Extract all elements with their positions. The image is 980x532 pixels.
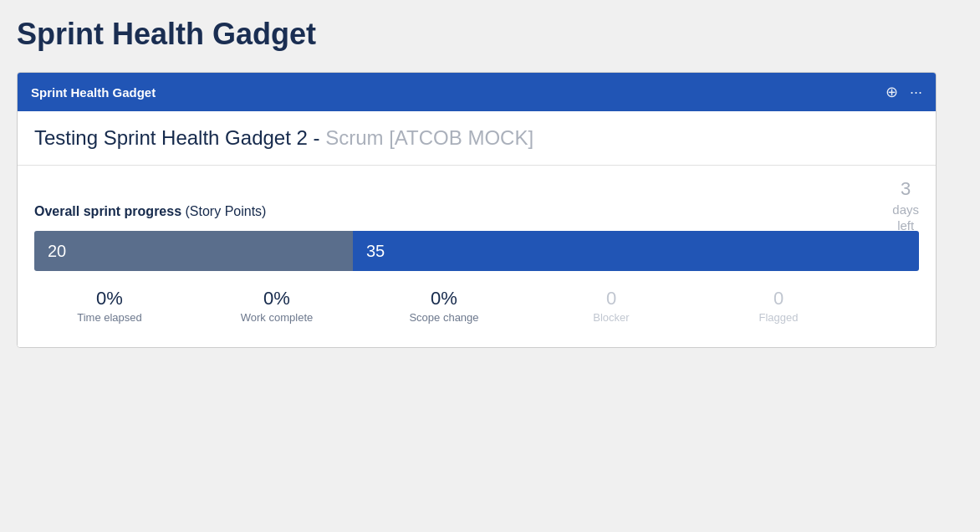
progress-bar-done-value: 20 — [48, 242, 66, 261]
progress-bar: 20 35 — [34, 231, 919, 271]
gadget-container: Sprint Health Gadget ⊕ ··· Testing Sprin… — [17, 72, 937, 348]
progress-label-bold: Overall sprint progress — [34, 204, 181, 218]
stat-item: 0%Scope change — [369, 288, 519, 324]
stat-label: Time elapsed — [77, 311, 142, 324]
stat-value: 0% — [263, 288, 290, 309]
gadget-header-icons: ⊕ ··· — [886, 83, 922, 101]
stat-value: 0 — [773, 288, 783, 309]
sprint-title: Testing Sprint Health Gadget 2 - Scrum [… — [34, 126, 919, 150]
sprint-title-bar: Testing Sprint Health Gadget 2 - Scrum [… — [18, 111, 936, 166]
stat-item: 0Flagged — [703, 288, 854, 324]
move-icon[interactable]: ⊕ — [886, 83, 898, 101]
stat-item: 0%Work complete — [202, 288, 352, 324]
stat-label: Blocker — [593, 311, 629, 324]
stat-value: 0% — [96, 288, 123, 309]
days-left-number: 3 — [892, 177, 919, 202]
progress-bar-remaining: 35 — [353, 231, 919, 271]
progress-bar-done: 20 — [34, 231, 353, 271]
progress-label: Overall sprint progress (Story Points) — [34, 204, 919, 219]
stat-label: Flagged — [759, 311, 799, 324]
stat-item: 0%Time elapsed — [34, 288, 185, 324]
sprint-content: 3 days left Overall sprint progress (Sto… — [18, 166, 936, 347]
gadget-header-title: Sprint Health Gadget — [31, 85, 156, 100]
more-options-icon[interactable]: ··· — [910, 84, 922, 101]
gadget-body: Testing Sprint Health Gadget 2 - Scrum [… — [18, 111, 936, 347]
progress-bar-remaining-value: 35 — [366, 242, 385, 261]
stat-value: 0 — [606, 288, 616, 309]
stat-label: Scope change — [409, 311, 478, 324]
progress-label-parens-text: (Story Points) — [186, 204, 267, 218]
stats-row: 0%Time elapsed0%Work complete0%Scope cha… — [34, 288, 919, 324]
page-title: Sprint Health Gadget — [17, 17, 963, 52]
sprint-title-main: Testing Sprint Health Gadget 2 - — [34, 126, 325, 149]
days-left-label2: left — [892, 217, 919, 234]
days-left-label1: days — [892, 202, 919, 218]
gadget-header: Sprint Health Gadget ⊕ ··· — [18, 73, 936, 111]
days-left: 3 days left — [892, 177, 919, 234]
stat-label: Work complete — [241, 311, 313, 324]
stat-item: 0Blocker — [536, 288, 687, 324]
stat-value: 0% — [431, 288, 457, 309]
sprint-title-secondary: Scrum [ATCOB MOCK] — [325, 126, 533, 149]
